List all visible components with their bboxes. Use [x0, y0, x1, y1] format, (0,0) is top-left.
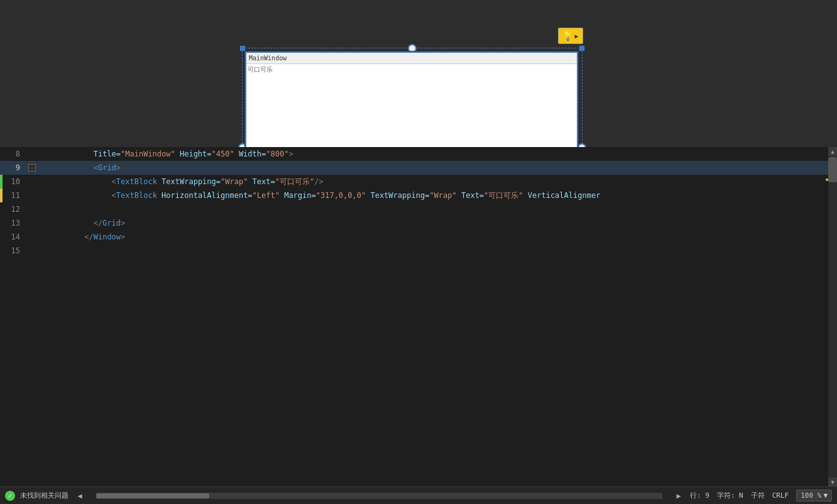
line-number-9: 9 — [3, 163, 28, 172]
close-slash-14: </ — [84, 233, 93, 241]
code-editor[interactable]: 8 Title="MainWindow" Height="450" Width=… — [0, 147, 837, 486]
attr-ha-11: HorizontalAlignment= — [157, 191, 253, 200]
ok-checkmark: ✓ — [8, 492, 12, 499]
lightbulb-popup[interactable]: 💡 ▶ — [558, 28, 583, 44]
tag-window-14: Window — [94, 233, 121, 241]
status-right-arrow[interactable]: ▶ — [672, 490, 685, 502]
wpf-title: MainWindow — [249, 55, 287, 62]
code-lines: 8 Title="MainWindow" Height="450" Width=… — [0, 147, 837, 486]
attr-va-11: VerticalAlignmer — [523, 191, 601, 200]
indent-11 — [75, 191, 112, 200]
line-number-12: 12 — [3, 205, 28, 214]
scroll-down-arrow[interactable]: ▼ — [828, 478, 837, 486]
right-scrollbar[interactable]: ▲ ▼ — [828, 147, 837, 486]
bulb-icon: 💡 — [562, 31, 573, 41]
right-scrollbar-thumb — [828, 157, 837, 182]
status-zoom-arrow: ▼ — [823, 491, 828, 500]
error-indicator-bar — [826, 147, 828, 486]
status-bar: ✓ 未找到相关问题 ◀ ▶ 行: 9 字符: N 子符 CRLF 100 % ▼ — [0, 486, 837, 504]
attr-text-11: Text= — [457, 191, 484, 200]
code-line-14: 14 </Window> — [0, 230, 837, 244]
status-ok-icon: ✓ — [5, 491, 15, 501]
handle-top-right[interactable] — [579, 45, 585, 52]
val-left-11: "Left" — [253, 191, 280, 200]
tag-textblock-11: TextBlock — [116, 191, 157, 200]
collapse-box-9[interactable]: - — [28, 164, 36, 172]
status-line-ending: CRLF — [772, 491, 789, 500]
status-right-section: 行: 9 字符: N 子符 CRLF 100 % ▼ — [690, 490, 832, 501]
play-arrow-icon: ▶ — [574, 33, 578, 40]
status-zoom-value: 100 % — [801, 491, 821, 500]
handle-top-left[interactable] — [239, 45, 246, 52]
line-number-8: 8 — [3, 150, 28, 158]
status-zoom-control[interactable]: 100 % ▼ — [796, 490, 832, 501]
status-char: 字符: N — [717, 491, 743, 500]
wpf-label-topleft: 可口可乐 — [248, 65, 273, 74]
status-row-col: 行: 9 — [690, 491, 709, 500]
indent-14 — [75, 233, 84, 241]
wpf-titlebar: MainWindow — [246, 53, 577, 64]
attr-margin-11: Margin= — [280, 191, 316, 200]
status-scrollbar[interactable] — [96, 493, 662, 499]
line-number-10: 10 — [3, 177, 28, 186]
scroll-up-arrow[interactable]: ▲ — [828, 147, 837, 156]
status-scrollbar-thumb — [96, 493, 209, 498]
line-number-15: 15 — [3, 246, 28, 255]
close-gt-14: > — [121, 233, 125, 241]
line-number-11: 11 — [3, 191, 28, 200]
ob-11: < — [112, 191, 116, 200]
line-number-13: 13 — [3, 219, 28, 227]
code-line-11: 11 <TextBlock HorizontalAlignment="Left"… — [0, 189, 837, 202]
error-marker — [826, 178, 828, 181]
status-message: 未找到相关问题 — [20, 491, 68, 500]
status-left-arrow[interactable]: ◀ — [74, 490, 86, 502]
val-margin-11: "317,0,0,0" — [316, 191, 366, 200]
attr-tw-11: TextWrapping= — [366, 191, 429, 200]
line-number-14: 14 — [3, 233, 28, 241]
status-encoding: 子符 — [751, 491, 765, 500]
val-wrap-11: "Wrap" — [429, 191, 456, 200]
code-line-15: 15 — [0, 244, 837, 258]
val-text-11: "可口可乐" — [484, 191, 523, 200]
